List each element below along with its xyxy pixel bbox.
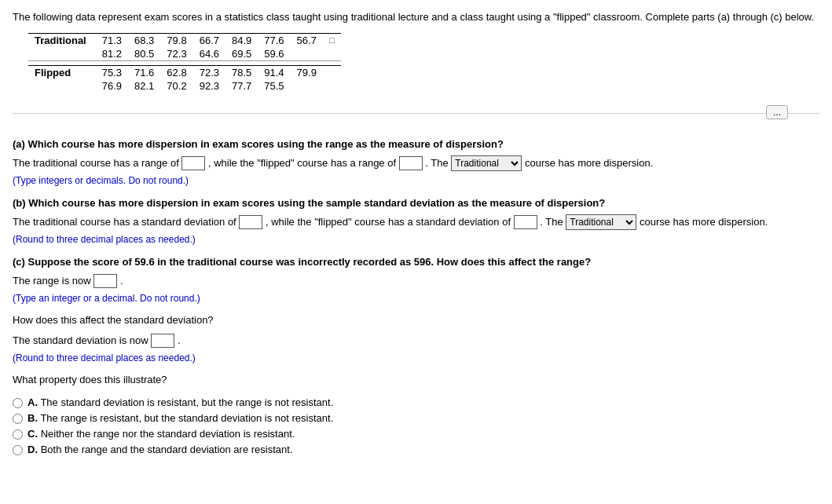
option-c[interactable]: C. Neither the range nor the standard de… [13,428,819,440]
option-b[interactable]: B. The range is resistant, but the stand… [13,412,819,424]
trad-r1-c4: 66.7 [193,33,225,47]
part-c-std-question: How does this affect the standard deviat… [13,312,819,329]
flip-r1-c4: 72.3 [193,65,225,79]
radio-a[interactable] [13,398,23,408]
trad-r2-c2: 80.5 [128,47,160,61]
part-a-label: (a) Which course has more dispersion in … [13,138,819,150]
part-a-hint: (Type integers or decimals. Do not round… [13,175,819,186]
part-c-std-hint: (Round to three decimal places as needed… [13,352,819,363]
traditional-label: Traditional [28,33,96,47]
part-c-range-input[interactable] [93,274,117,288]
part-a-line: The traditional course has a range of , … [13,155,819,172]
part-c-question: Suppose the score of 59.6 in the traditi… [28,256,592,268]
flip-r2-c4: 92.3 [193,79,225,93]
flip-r2-c1: 76.9 [96,79,128,93]
part-b-line: The traditional course has a standard de… [13,214,819,231]
radio-d[interactable] [13,445,23,455]
flipped-label: Flipped [28,65,96,79]
trad-r1-c2: 68.3 [128,33,160,47]
part-c-property-question: What property does this illustrate? [13,371,819,389]
trad-r2-c5: 69.5 [225,47,258,61]
flip-r2-c6: 75.5 [258,79,290,93]
trad-r2-c3: 72.3 [160,47,192,61]
trad-r1-c1: 71.3 [96,33,128,47]
option-c-label: C. Neither the range nor the standard de… [27,428,295,440]
option-d[interactable]: D. Both the range and the standard devia… [13,444,819,455]
trad-r2-c1: 81.2 [96,47,128,61]
part-c-range-line: The range is now . [13,272,819,290]
option-b-label: B. The range is resistant, but the stand… [27,412,333,424]
intro-text: The following data represent exam scores… [13,9,819,25]
part-a-question: Which course has more dispersion in exam… [28,138,504,150]
radio-c[interactable] [13,429,23,440]
part-b-label: (b) Which course has more dispersion in … [13,197,819,209]
flip-r1-c2: 71.6 [128,65,160,79]
options-section: A. The standard deviation is resistant, … [13,396,819,455]
flip-r1-c1: 75.3 [96,65,128,79]
trad-r2-c4: 64.6 [193,47,225,61]
flip-r1-c6: 91.4 [258,65,290,79]
part-c-std-line: The standard deviation is now . [13,332,819,349]
part-b-hint: (Round to three decimal places as needed… [13,234,819,245]
part-c-label: (c) Suppose the score of 59.6 in the tra… [13,256,819,268]
trad-r1-c3: 79.8 [160,33,192,47]
dots-button[interactable]: ... [766,105,788,119]
radio-b[interactable] [13,414,23,424]
trad-r1-c5: 84.9 [225,33,258,47]
part-b-question: Which course has more dispersion in exam… [28,197,605,209]
part-c-std-input[interactable] [151,334,174,348]
part-a-dropdown[interactable]: Traditional Flipped [451,155,522,171]
part-a-input1[interactable] [181,156,205,170]
flip-r2-c3: 70.2 [160,79,192,93]
flip-r1-c3: 62.8 [160,65,192,79]
trad-r2-c6: 59.6 [258,47,290,61]
trad-r1-c6: 77.6 [258,33,290,47]
option-d-label: D. Both the range and the standard devia… [27,444,293,455]
part-b-input2[interactable] [514,215,537,229]
part-b-input1[interactable] [239,215,262,229]
part-b-dropdown[interactable]: Traditional Flipped [566,214,636,230]
part-a-input2[interactable] [399,156,423,170]
flip-r1-c5: 78.5 [225,65,258,79]
data-table: Traditional 71.3 68.3 79.8 66.7 84.9 77.… [28,33,341,93]
flip-r2-c5: 77.7 [225,79,258,93]
trad-r1-c7: 56.7 [291,33,323,47]
part-c-range-hint: (Type an integer or a decimal. Do not ro… [13,293,819,304]
option-a-label: A. The standard deviation is resistant, … [27,396,333,408]
option-a[interactable]: A. The standard deviation is resistant, … [13,396,819,408]
expand-icon[interactable]: □ [323,33,341,47]
flip-r2-c2: 82.1 [128,79,160,93]
flip-r1-c7: 79.9 [291,65,323,79]
